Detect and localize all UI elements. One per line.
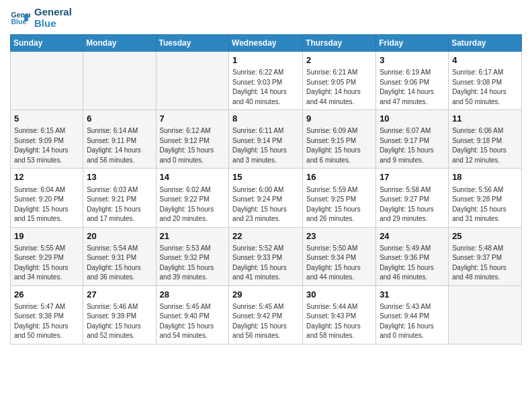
calendar-week-row: 5Sunrise: 6:15 AM Sunset: 9:09 PM Daylig… [11, 110, 522, 169]
day-info: Sunrise: 5:59 AM Sunset: 9:25 PM Dayligh… [306, 185, 372, 224]
calendar-cell: 7Sunrise: 6:12 AM Sunset: 9:12 PM Daylig… [156, 110, 229, 169]
day-number: 17 [380, 171, 445, 183]
day-info: Sunrise: 6:11 AM Sunset: 9:14 PM Dayligh… [232, 126, 299, 165]
calendar-cell: 29Sunrise: 5:45 AM Sunset: 9:42 PM Dayli… [229, 285, 303, 344]
day-number: 22 [232, 230, 299, 242]
day-info: Sunrise: 6:02 AM Sunset: 9:22 PM Dayligh… [160, 185, 226, 224]
calendar-cell: 31Sunrise: 5:43 AM Sunset: 9:44 PM Dayli… [376, 285, 449, 344]
logo-blue: Blue [34, 18, 72, 30]
day-info: Sunrise: 5:58 AM Sunset: 9:27 PM Dayligh… [380, 185, 445, 224]
day-number: 15 [232, 171, 299, 183]
calendar-cell: 3Sunrise: 6:19 AM Sunset: 9:06 PM Daylig… [376, 52, 449, 110]
day-number: 11 [452, 113, 518, 125]
day-info: Sunrise: 6:03 AM Sunset: 9:21 PM Dayligh… [87, 185, 152, 224]
day-number: 6 [87, 113, 152, 125]
day-number: 12 [14, 171, 79, 183]
day-info: Sunrise: 6:14 AM Sunset: 9:11 PM Dayligh… [87, 126, 152, 165]
logo-icon: General Blue [10, 8, 30, 28]
day-number: 21 [160, 230, 226, 242]
day-info: Sunrise: 5:46 AM Sunset: 9:39 PM Dayligh… [87, 302, 152, 341]
day-info: Sunrise: 5:45 AM Sunset: 9:42 PM Dayligh… [232, 302, 299, 341]
day-number: 31 [380, 289, 445, 301]
day-info: Sunrise: 5:43 AM Sunset: 9:44 PM Dayligh… [380, 302, 445, 341]
day-info: Sunrise: 6:19 AM Sunset: 9:06 PM Dayligh… [380, 68, 445, 107]
calendar-cell [83, 52, 156, 110]
weekday-header-tuesday: Tuesday [156, 35, 229, 52]
weekday-header-monday: Monday [83, 35, 156, 52]
day-info: Sunrise: 5:53 AM Sunset: 9:32 PM Dayligh… [160, 244, 226, 283]
calendar-week-row: 1Sunrise: 6:22 AM Sunset: 9:03 PM Daylig… [11, 52, 522, 110]
day-number: 8 [232, 113, 299, 125]
day-info: Sunrise: 5:55 AM Sunset: 9:29 PM Dayligh… [14, 244, 79, 283]
day-number: 7 [160, 113, 226, 125]
calendar-cell [449, 285, 522, 344]
day-number: 27 [87, 289, 152, 301]
day-info: Sunrise: 5:49 AM Sunset: 9:36 PM Dayligh… [380, 244, 445, 283]
calendar-cell: 17Sunrise: 5:58 AM Sunset: 9:27 PM Dayli… [376, 169, 449, 227]
day-number: 10 [380, 113, 445, 125]
calendar-cell: 20Sunrise: 5:54 AM Sunset: 9:31 PM Dayli… [83, 227, 156, 285]
day-info: Sunrise: 6:07 AM Sunset: 9:17 PM Dayligh… [380, 126, 445, 165]
calendar-cell: 11Sunrise: 6:06 AM Sunset: 9:18 PM Dayli… [449, 110, 522, 169]
day-info: Sunrise: 5:56 AM Sunset: 9:28 PM Dayligh… [452, 185, 518, 224]
day-info: Sunrise: 5:52 AM Sunset: 9:33 PM Dayligh… [232, 244, 299, 283]
day-number: 19 [14, 230, 79, 242]
day-info: Sunrise: 5:54 AM Sunset: 9:31 PM Dayligh… [87, 244, 152, 283]
day-info: Sunrise: 5:47 AM Sunset: 9:38 PM Dayligh… [14, 302, 79, 341]
main-container: General Blue General Blue SundayMondayTu… [0, 0, 532, 351]
day-number: 3 [380, 54, 445, 66]
calendar-header-row: SundayMondayTuesdayWednesdayThursdayFrid… [11, 35, 522, 52]
calendar-week-row: 12Sunrise: 6:04 AM Sunset: 9:20 PM Dayli… [11, 169, 522, 227]
calendar-table: SundayMondayTuesdayWednesdayThursdayFrid… [10, 34, 522, 345]
weekday-header-sunday: Sunday [11, 35, 83, 52]
day-number: 23 [306, 230, 372, 242]
day-info: Sunrise: 6:00 AM Sunset: 9:24 PM Dayligh… [232, 185, 299, 224]
calendar-cell: 10Sunrise: 6:07 AM Sunset: 9:17 PM Dayli… [376, 110, 449, 169]
day-info: Sunrise: 6:22 AM Sunset: 9:03 PM Dayligh… [232, 68, 299, 107]
day-info: Sunrise: 6:15 AM Sunset: 9:09 PM Dayligh… [14, 126, 79, 165]
weekday-header-thursday: Thursday [303, 35, 376, 52]
svg-text:Blue: Blue [11, 17, 27, 26]
day-info: Sunrise: 6:17 AM Sunset: 9:08 PM Dayligh… [452, 68, 518, 107]
day-number: 29 [232, 289, 299, 301]
calendar-week-row: 26Sunrise: 5:47 AM Sunset: 9:38 PM Dayli… [11, 285, 522, 344]
day-info: Sunrise: 5:48 AM Sunset: 9:37 PM Dayligh… [452, 244, 518, 283]
day-number: 1 [232, 54, 299, 66]
day-number: 30 [306, 289, 372, 301]
calendar-cell: 8Sunrise: 6:11 AM Sunset: 9:14 PM Daylig… [229, 110, 303, 169]
calendar-cell [156, 52, 229, 110]
logo-general: General [34, 7, 72, 18]
calendar-cell: 21Sunrise: 5:53 AM Sunset: 9:32 PM Dayli… [156, 227, 229, 285]
calendar-cell: 4Sunrise: 6:17 AM Sunset: 9:08 PM Daylig… [449, 52, 522, 110]
day-info: Sunrise: 6:04 AM Sunset: 9:20 PM Dayligh… [14, 185, 79, 224]
calendar-cell: 26Sunrise: 5:47 AM Sunset: 9:38 PM Dayli… [11, 285, 83, 344]
calendar-week-row: 19Sunrise: 5:55 AM Sunset: 9:29 PM Dayli… [11, 227, 522, 285]
day-info: Sunrise: 6:06 AM Sunset: 9:18 PM Dayligh… [452, 126, 518, 165]
day-number: 16 [306, 171, 372, 183]
calendar-cell: 28Sunrise: 5:45 AM Sunset: 9:40 PM Dayli… [156, 285, 229, 344]
day-number: 26 [14, 289, 79, 301]
weekday-header-saturday: Saturday [449, 35, 522, 52]
calendar-cell: 2Sunrise: 6:21 AM Sunset: 9:05 PM Daylig… [303, 52, 376, 110]
day-number: 14 [160, 171, 226, 183]
calendar-cell: 13Sunrise: 6:03 AM Sunset: 9:21 PM Dayli… [83, 169, 156, 227]
calendar-cell: 22Sunrise: 5:52 AM Sunset: 9:33 PM Dayli… [229, 227, 303, 285]
calendar-cell: 1Sunrise: 6:22 AM Sunset: 9:03 PM Daylig… [229, 52, 303, 110]
weekday-header-wednesday: Wednesday [229, 35, 303, 52]
day-number: 5 [14, 113, 79, 125]
header: General Blue General Blue [10, 7, 522, 29]
calendar-cell: 30Sunrise: 5:44 AM Sunset: 9:43 PM Dayli… [303, 285, 376, 344]
day-number: 13 [87, 171, 152, 183]
calendar-cell [11, 52, 83, 110]
day-number: 24 [380, 230, 445, 242]
day-info: Sunrise: 6:21 AM Sunset: 9:05 PM Dayligh… [306, 68, 372, 107]
day-info: Sunrise: 5:44 AM Sunset: 9:43 PM Dayligh… [306, 302, 372, 341]
calendar-cell: 6Sunrise: 6:14 AM Sunset: 9:11 PM Daylig… [83, 110, 156, 169]
day-number: 9 [306, 113, 372, 125]
calendar-cell: 19Sunrise: 5:55 AM Sunset: 9:29 PM Dayli… [11, 227, 83, 285]
calendar-cell: 27Sunrise: 5:46 AM Sunset: 9:39 PM Dayli… [83, 285, 156, 344]
weekday-header-friday: Friday [376, 35, 449, 52]
day-number: 25 [452, 230, 518, 242]
calendar-cell: 16Sunrise: 5:59 AM Sunset: 9:25 PM Dayli… [303, 169, 376, 227]
calendar-cell: 25Sunrise: 5:48 AM Sunset: 9:37 PM Dayli… [449, 227, 522, 285]
